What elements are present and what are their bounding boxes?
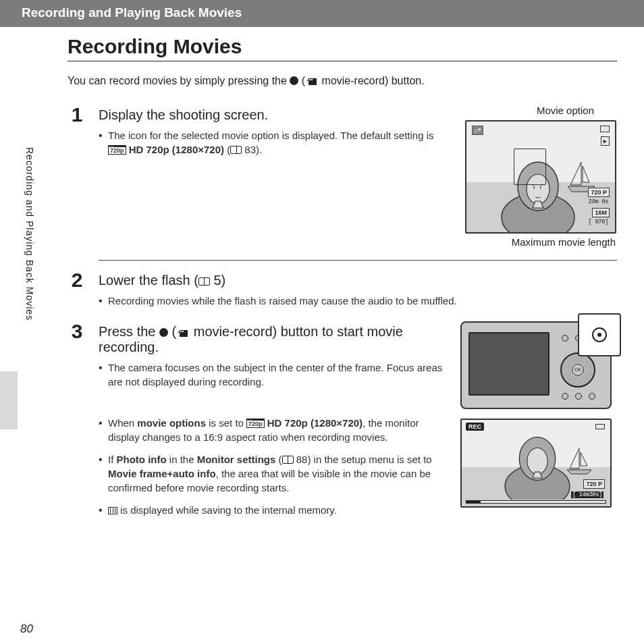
svg-point-11 — [527, 448, 547, 475]
step1-bullet: The icon for the selected movie option i… — [99, 128, 453, 157]
rec-indicator: REC — [466, 423, 484, 431]
side-section-label: Recording and Playing Back Movies — [24, 147, 35, 321]
manual-page-icon — [282, 456, 294, 464]
manual-page-icon — [198, 277, 210, 286]
svg-rect-8 — [182, 331, 184, 332]
step-heading: Lower the flash ( 5) — [99, 273, 617, 288]
16m-indicator: 16M — [592, 208, 610, 217]
720p-badge-icon: ···720p — [246, 419, 265, 429]
step-1: 1 Display the shooting screen. The icon … — [68, 105, 617, 248]
record-button-icon — [592, 327, 607, 342]
ok-button: OK — [572, 364, 584, 376]
person-illustration — [498, 435, 576, 500]
dpad: OK — [560, 352, 595, 387]
svg-rect-1 — [309, 79, 311, 80]
rec-time-remaining: [ 14m30s] — [571, 491, 603, 498]
page-title: Recording Movies — [68, 35, 617, 58]
step3-bullet-c: If Photo info in the Monitor settings ( … — [99, 452, 448, 495]
movie-time-remaining: 29m 0s — [589, 198, 608, 205]
step-number: 3 — [68, 321, 86, 342]
720p-indicator: 720 P — [588, 188, 610, 197]
scene-mode-icon: ⌂* — [472, 126, 483, 135]
small-button — [562, 393, 568, 400]
step-heading: Display the shooting screen. — [99, 107, 453, 123]
movie-camera-icon — [176, 329, 190, 338]
svg-rect-2 — [311, 79, 313, 80]
step3-bullet-a: The camera focuses on the subject in the… — [99, 360, 448, 389]
max-length-caption: Maximum movie length — [465, 236, 617, 248]
side-thumb-tab — [0, 371, 18, 429]
small-button — [575, 393, 582, 400]
step3-bullet-b: When movie options is set to ···720p HD … — [99, 416, 448, 444]
title-rule — [68, 61, 617, 61]
step-number: 1 — [68, 105, 86, 125]
step2-bullet: Recording movies while the flash is rais… — [99, 294, 617, 308]
camera-lcd — [468, 332, 549, 396]
step-number: 2 — [68, 270, 86, 290]
section-header: Recording and Playing Back Movies — [0, 0, 644, 27]
internal-memory-icon — [108, 507, 117, 514]
movie-camera-icon — [305, 77, 319, 86]
page-number: 80 — [20, 622, 33, 636]
progress-bar — [466, 500, 606, 504]
small-button — [562, 335, 568, 342]
face-detect-box — [514, 149, 546, 185]
record-button-callout — [578, 313, 621, 356]
720p-badge-icon: ···720p — [108, 145, 126, 155]
record-dot-icon — [290, 76, 298, 85]
step-2: 2 Lower the flash ( 5) Recording movies … — [68, 270, 617, 316]
step3-bullet-d: is displayed while saving to the interna… — [99, 503, 448, 517]
battery-icon — [595, 424, 605, 429]
intro-text: You can record movies by simply pressing… — [68, 75, 617, 87]
camera-back-illustration: OK — [460, 321, 612, 409]
step-heading: Press the ( movie-record) button to star… — [99, 324, 448, 355]
step-3: 3 Press the ( movie-record) button to st… — [68, 321, 617, 525]
svg-rect-7 — [180, 331, 182, 332]
small-button — [589, 393, 595, 400]
mode-icon: ▸ — [601, 136, 610, 146]
sailboat-illustration — [567, 446, 591, 475]
shots-remaining: [ 970] — [589, 219, 608, 225]
lcd-preview: ▸ 720 P 29m 0s 16M [ 970] ⌂* — [465, 120, 616, 234]
lcd-recording: REC 720 P [ 14m30s] — [460, 419, 612, 508]
battery-icon — [600, 126, 610, 132]
manual-page-icon — [230, 146, 242, 154]
720p-indicator: 720 P — [583, 479, 605, 489]
movie-option-caption: Movie option — [465, 105, 617, 116]
record-dot-icon — [159, 328, 168, 337]
step-separator — [99, 260, 617, 261]
